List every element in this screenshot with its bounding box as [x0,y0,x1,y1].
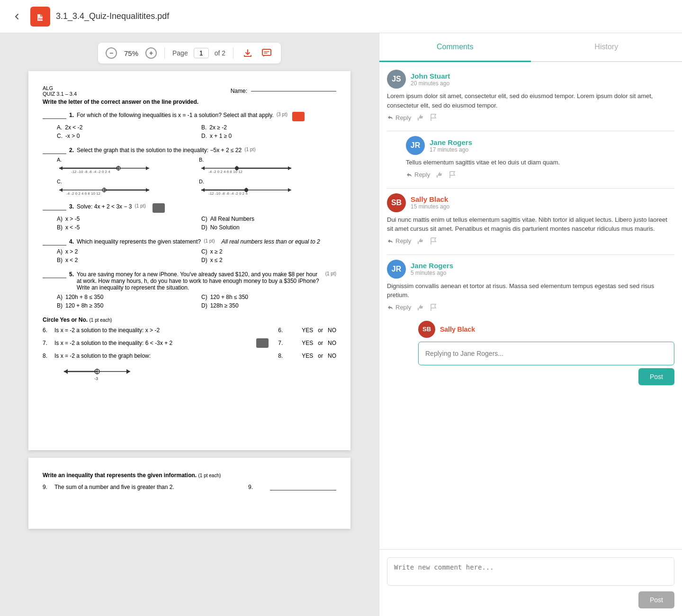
yn-question-8: 8. Is x = -2 a solution to the graph bel… [43,353,336,383]
zoom-out-button[interactable]: − [106,47,117,59]
q4-options: A)x > 2 C)x ≥ 2 B)x < 2 D)x ≤ 2 [57,248,336,263]
q3-options: A)x > -5 C)All Real Numbers B)x < -5 D)N… [57,216,336,231]
comment-time-jane-rogers-1: 17 minutes ago [430,146,472,153]
reply-button-jane-rogers-2[interactable]: Reply [387,304,411,311]
tab-comments[interactable]: Comments [379,33,531,62]
comment-text-jane-rogers-1: Tellus elementum sagittis vitae et leo d… [406,158,674,167]
avatar-jane-rogers-2: JR [387,260,406,279]
comment-author-john-stuart: John Stuart [411,72,450,80]
divider-2 [387,188,674,189]
reply-button-john-stuart[interactable]: Reply [387,114,411,121]
sidebar: Comments History JS John Stuart 20 minut… [379,33,682,616]
comment-actions-jane-rogers-2: Reply [387,304,674,311]
svg-text:PDF: PDF [38,18,43,20]
avatar-john-stuart: JS [387,70,406,89]
svg-rect-2 [262,49,271,55]
avatar-jane-rogers-1: JR [406,136,425,155]
comments-list: JS John Stuart 20 minutes ago Lorem ipsu… [379,62,682,549]
reply-button-sally-black[interactable]: Reply [387,237,411,245]
tabs: Comments History [379,33,682,62]
tab-history[interactable]: History [531,33,682,61]
file-title: 3.1_3.4_Quiz-Inequalitites.pdf [56,11,169,21]
name-underline [251,91,336,91]
page2-q9: 9. The sum of a number and five is great… [43,483,336,490]
svg-marker-26 [288,188,291,192]
comment-actions-jane-rogers-1: Reply [406,171,674,179]
like-button-sally-black[interactable] [417,237,424,245]
pdf-page-1: ALG QUIZ 3.1 – 3.4 Name: Write the lette… [28,71,350,450]
reply-text-input[interactable] [418,342,674,365]
svg-marker-11 [201,166,205,170]
comment-text-jane-rogers-2: Dignissim convallis aenean et tortor at … [387,281,674,300]
divider-1 [387,131,674,131]
comment-actions-john-stuart: Reply [387,114,674,121]
flag-button-jane-rogers-1[interactable] [449,171,456,179]
svg-marker-5 [146,166,149,170]
divider-3 [387,254,674,255]
new-comment-input[interactable] [387,557,674,586]
zoom-level: 75% [123,49,140,57]
toolbar-divider [164,47,165,59]
reply-post-button[interactable]: Post [638,368,674,385]
page-of: of 2 [215,49,225,57]
comment-author-jane-rogers-2: Jane Rogers [411,262,453,270]
reply-input-area: SB Sally Black Post [411,321,674,385]
svg-text:-12 -10  -8  -6  -4  -2  0   2: -12 -10 -8 -6 -4 -2 0 2 4 [208,191,248,195]
svg-marker-18 [59,188,63,192]
back-button[interactable] [9,9,25,24]
comment-author-jane-rogers-1: Jane Rogers [430,138,472,146]
reply-button-jane-rogers-1[interactable]: Reply [406,171,430,178]
quiz-instruction: Write the letter of the correct answer o… [43,99,336,105]
yn-question-6: 6. Is x = -2 a solution to the inequalit… [43,327,336,334]
like-button-john-stuart[interactable] [417,114,424,121]
svg-text:-3: -3 [94,376,98,381]
toolbar-divider2 [233,47,233,59]
question-2: 2. Select the graph that is the solution… [43,147,336,196]
q5-options: A)120h + 8 ≤ 350 C)120 + 8h ≤ 350 B)120 … [57,294,336,309]
comment-author-sally-black: Sally Black [411,195,449,203]
comment-icon[interactable] [260,46,273,60]
q2-graphs: A. -12 -10 -8 -6 -4 -2 0 2 4 [57,157,336,196]
q1-options: A.2x < -2 B.2x ≥ -2 C.-x > 0 D.x + 1 ≥ 0 [57,124,336,139]
reply-author-label: Sally Black [440,326,475,333]
flag-button-sally-black[interactable] [430,237,437,245]
svg-text:-4  -2   0   2   4   6   8   1: -4 -2 0 2 4 6 8 10 12 [208,170,243,173]
question-3: 3. Solve: 4x + 2 < 3x − 3 (1 pt) A)x > -… [43,203,336,231]
pdf-page-2: Write an inequality that represents the … [28,458,350,529]
pdf-area: − 75% + Page 1 of 2 [0,33,379,616]
comment-time-sally-black: 15 minutes ago [411,203,449,210]
quiz-header: ALG QUIZ 3.1 – 3.4 Name: [43,85,336,97]
like-button-jane-rogers-1[interactable] [436,171,443,179]
comment-text-john-stuart: Lorem ipsum dolor sit amet, consectetur … [387,91,674,110]
avatar-sally-black: SB [387,193,406,212]
page-number-input[interactable]: 1 [194,48,209,58]
comment-actions-sally-black: Reply [387,237,674,245]
export-icon[interactable] [241,46,254,60]
app-header: PDF 3.1_3.4_Quiz-Inequalitites.pdf [0,0,682,33]
svg-marker-33 [126,369,130,374]
new-comment-post-button[interactable]: Post [638,591,674,608]
zoom-in-button[interactable]: + [145,47,157,59]
comment-sally-black: SB Sally Black 15 minutes ago Dui nunc m… [387,193,674,245]
comment-text-sally-black: Dui nunc mattis enim ut tellus elementum… [387,215,674,234]
new-comment-area: Post [379,549,682,616]
comment-time-john-stuart: 20 minutes ago [411,80,450,87]
svg-text:-12  -10  -8  -6  -4  -2  0   : -12 -10 -8 -6 -4 -2 0 2 4 [71,170,110,173]
name-line: Name: [231,85,336,97]
comment-john-stuart: JS John Stuart 20 minutes ago Lorem ipsu… [387,70,674,121]
flag-button-john-stuart[interactable] [430,114,437,121]
pdf-icon: PDF [30,7,50,27]
like-button-jane-rogers-2[interactable] [417,304,424,311]
comment-jane-rogers-2: JR Jane Rogers 5 minutes ago Dignissim c… [387,260,674,311]
svg-text:-4  -2   0   2   4   6   8   1: -4 -2 0 2 4 6 8 10 12 [66,191,101,195]
comment-time-jane-rogers-2: 5 minutes ago [411,270,453,276]
question-1: 1. For which of the following inequaliti… [43,112,336,139]
flag-button-jane-rogers-2[interactable] [430,304,437,311]
pdf-toolbar: − 75% + Page 1 of 2 [98,43,281,63]
section2-header: Circle Yes or No. (1 pt each) [43,317,336,323]
course-label: ALG QUIZ 3.1 – 3.4 [43,85,77,97]
page2-section-header: Write an inequality that represents the … [43,472,336,479]
avatar-sally-black-reply: SB [418,321,435,338]
page-label: Page [172,49,188,57]
question-5: 5. You are saving money for a new iPhone… [43,271,336,309]
